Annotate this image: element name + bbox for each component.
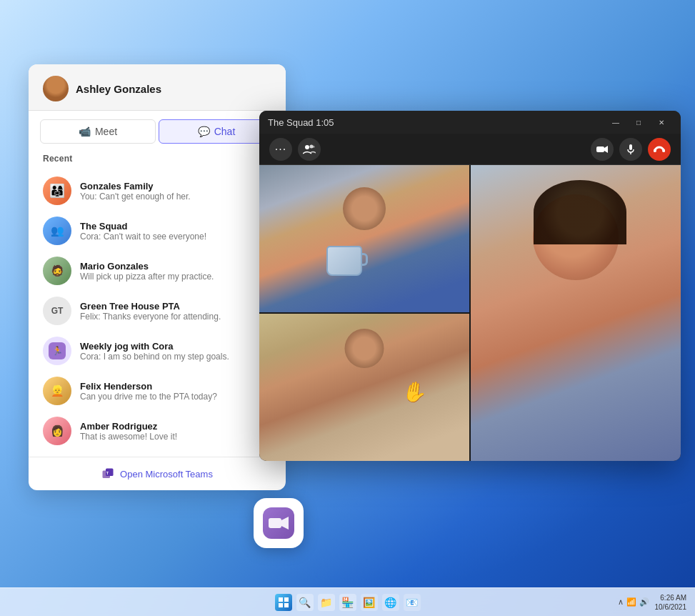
browser-button[interactable]: 🌐 — [382, 594, 399, 611]
contact-avatar: 🧔 — [43, 257, 71, 285]
contact-name: Mario Gonzales — [80, 261, 271, 272]
camera-button[interactable] — [591, 138, 614, 161]
volume-icon: 🔊 — [639, 597, 649, 607]
contact-list: 👨‍👩‍👧 Gonzales Family You: Can't get eno… — [43, 171, 271, 451]
recent-title: Recent — [43, 154, 271, 164]
contact-name: Green Tree House PTA — [80, 301, 271, 312]
open-teams-label: Open Microsoft Teams — [120, 469, 213, 480]
list-item[interactable]: 👱 Felix Henderson Can you drive me to th… — [43, 371, 271, 411]
video-cell-large — [471, 165, 681, 461]
tab-chat[interactable]: 💬 Chat — [159, 119, 274, 144]
svg-rect-6 — [596, 146, 604, 152]
contact-info: The Squad Cora: Can't wait to see everyo… — [80, 221, 271, 242]
toolbar-left: ··· + — [269, 138, 321, 161]
file-explorer-button[interactable]: 📁 — [318, 594, 335, 611]
list-item[interactable]: 🧔 Mario Gonzales Will pick up pizza afte… — [43, 251, 271, 291]
list-item[interactable]: 👩 Amber Rodriguez That is awesome! Love … — [43, 411, 271, 451]
contact-preview: Can you drive me to the PTA today? — [80, 392, 271, 402]
camera-icon — [596, 145, 608, 154]
close-button[interactable]: ✕ — [651, 115, 672, 129]
meet-label: Meet — [95, 126, 117, 137]
contact-name: Gonzales Family — [80, 181, 271, 192]
video-toolbar: ··· + — [259, 134, 681, 165]
video-grid: ✋ — [259, 165, 681, 461]
contact-avatar: 👩 — [43, 417, 71, 445]
svg-rect-15 — [284, 597, 289, 602]
contact-name: Amber Rodriguez — [80, 421, 271, 432]
video-call-window: The Squad 1:05 — □ ✕ ··· + — [259, 111, 681, 461]
contact-name: The Squad — [80, 221, 271, 232]
list-item[interactable]: 👨‍👩‍👧 Gonzales Family You: Can't get eno… — [43, 171, 271, 211]
user-avatar — [43, 76, 69, 101]
taskbar: 🔍 📁 🏪 🖼️ 🌐 📧 ∧ 📶 🔊 6:26 AM 10/6/2021 — [0, 587, 695, 616]
taskbar-right: ∧ 📶 🔊 6:26 AM 10/6/2021 — [618, 593, 687, 612]
person-head-1 — [343, 187, 386, 230]
video-cell-1 — [259, 165, 469, 312]
mic-button[interactable] — [619, 138, 642, 161]
chevron-up-icon[interactable]: ∧ — [618, 597, 624, 607]
photos-button[interactable]: 🖼️ — [361, 594, 378, 611]
contact-info: Amber Rodriguez That is awesome! Love it… — [80, 421, 271, 442]
tab-meet[interactable]: 📹 Meet — [40, 119, 156, 144]
waving-hand-icon: ✋ — [401, 378, 429, 406]
contact-info: Weekly jog with Cora Cora: I am so behin… — [80, 341, 271, 362]
contact-preview: Cora: Can't wait to see everyone! — [80, 232, 271, 242]
video-titlebar: The Squad 1:05 — □ ✕ — [259, 111, 681, 134]
teams-camera-icon — [269, 516, 289, 530]
chat-panel: Ashley Gonzales 📹 Meet 💬 Chat Recent 👨‍👩… — [29, 64, 286, 490]
svg-rect-16 — [279, 603, 283, 607]
list-item[interactable]: 👥 The Squad Cora: Can't wait to see ever… — [43, 211, 271, 251]
contact-name: Weekly jog with Cora — [80, 341, 271, 352]
svg-marker-7 — [604, 146, 608, 153]
system-clock[interactable]: 6:26 AM 10/6/2021 — [655, 593, 687, 612]
person-head-2 — [345, 329, 384, 368]
people-icon: + — [303, 144, 316, 154]
open-teams-button[interactable]: T Open Microsoft Teams — [29, 457, 286, 490]
end-call-button[interactable] — [648, 138, 671, 161]
store-button[interactable]: 🏪 — [339, 594, 356, 611]
window-controls: — □ ✕ — [605, 115, 672, 129]
show-people-button[interactable]: + — [298, 138, 321, 161]
contact-preview: You: Can't get enough of her. — [80, 192, 271, 202]
mail-button[interactable]: 📧 — [404, 594, 421, 611]
svg-point-3 — [305, 145, 309, 149]
chat-icon: 💬 — [198, 126, 210, 137]
person-hair-large — [534, 180, 626, 244]
recent-section: Recent 👨‍👩‍👧 Gonzales Family You: Can't … — [29, 144, 286, 451]
chat-tabs: 📹 Meet 💬 Chat — [29, 111, 286, 144]
mug-shape — [326, 246, 362, 276]
wifi-icon: 📶 — [626, 597, 636, 607]
teams-float-icon[interactable] — [254, 498, 304, 548]
svg-marker-13 — [281, 517, 289, 530]
svg-point-10 — [654, 149, 656, 152]
svg-point-11 — [662, 149, 665, 152]
jog-group-icon: 🏃 — [49, 342, 66, 359]
svg-rect-12 — [269, 518, 281, 528]
mic-icon — [627, 144, 634, 154]
contact-preview: Will pick up pizza after my practice. — [80, 272, 271, 282]
svg-rect-14 — [279, 597, 283, 602]
more-options-button[interactable]: ··· — [269, 138, 292, 161]
start-button[interactable] — [275, 594, 292, 611]
chat-label: Chat — [214, 126, 236, 137]
end-call-icon — [654, 146, 665, 153]
search-button[interactable]: 🔍 — [296, 594, 314, 611]
chat-header: Ashley Gonzales — [29, 64, 286, 111]
contact-avatar: 👱 — [43, 377, 71, 405]
system-tray-icons: ∧ 📶 🔊 — [618, 597, 649, 607]
meet-icon: 📹 — [79, 126, 91, 137]
date-display: 10/6/2021 — [655, 602, 687, 612]
svg-text:T: T — [106, 471, 109, 475]
contact-avatar: 👥 — [43, 217, 71, 245]
contact-info: Gonzales Family You: Can't get enough of… — [80, 181, 271, 202]
windows-icon — [279, 597, 289, 607]
teams-logo-icon: T — [101, 467, 114, 480]
svg-text:+: + — [312, 144, 315, 149]
toolbar-right — [591, 138, 671, 161]
contact-preview: That is awesome! Love it! — [80, 432, 271, 442]
svg-rect-8 — [629, 144, 632, 150]
list-item[interactable]: 🏃 Weekly jog with Cora Cora: I am so beh… — [43, 331, 271, 371]
list-item[interactable]: GT Green Tree House PTA Felix: Thanks ev… — [43, 291, 271, 331]
maximize-button[interactable]: □ — [628, 115, 649, 129]
minimize-button[interactable]: — — [605, 115, 626, 129]
